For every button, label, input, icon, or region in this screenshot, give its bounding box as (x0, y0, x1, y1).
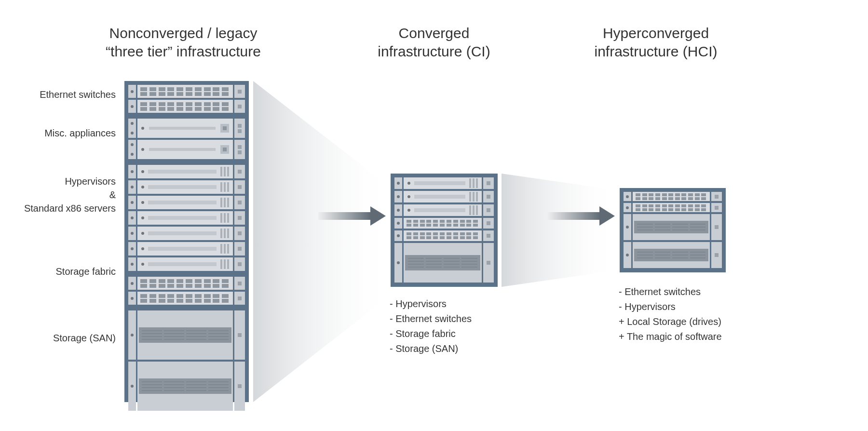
hci-bullet-3: + Local Storage (drives) (619, 314, 773, 329)
label-storage-san: Storage (SAN) (5, 333, 116, 344)
legacy-switch-2 (128, 100, 245, 113)
label-ethernet-switches: Ethernet switches (5, 89, 116, 100)
legacy-server-3 (128, 196, 245, 209)
ci-title-line1: Converged (347, 24, 521, 42)
legacy-title-line2: “three tier” infrastructure (82, 42, 285, 61)
legacy-server-2 (128, 180, 245, 194)
switch-ports-icon (137, 85, 233, 98)
hci-bullet-4: + The magic of software (619, 329, 773, 344)
ci-bullets: - Hypervisors - Ethernet switches - Stor… (390, 296, 525, 356)
legacy-fabric-1 (128, 277, 245, 290)
server-front-icon (137, 167, 233, 176)
transition-triangle-2-icon (502, 174, 620, 287)
legacy-server-1 (128, 165, 245, 178)
hci-title: Hyperconverged infrastructure (HCI) (569, 24, 743, 60)
svg-rect-1 (318, 212, 371, 220)
transition-triangle-1-icon (253, 81, 393, 402)
diagram-page: Nonconverged / legacy “three tier” infra… (0, 0, 868, 431)
hci-bullets: - Ethernet switches - Hypervisors + Loca… (619, 284, 773, 344)
ci-switch-2 (394, 230, 494, 241)
ci-bullet-1: - Hypervisors (390, 296, 525, 311)
ci-san (394, 243, 494, 283)
hci-node-1 (624, 214, 722, 240)
legacy-server-4 (128, 211, 245, 225)
ci-server-2 (394, 191, 494, 202)
legacy-title-line1: Nonconverged / legacy (82, 24, 285, 42)
hci-title-line2: infrastructure (HCI) (569, 42, 743, 61)
legacy-appliance-2 (128, 140, 245, 159)
hci-node-2 (624, 242, 722, 268)
switch-ports-icon (404, 218, 482, 229)
ci-server-3 (394, 204, 494, 216)
legacy-switch-1 (128, 85, 245, 98)
switch-ports-icon (633, 191, 710, 202)
legacy-rack (124, 81, 249, 402)
hci-bullet-2: - Hypervisors (619, 299, 773, 314)
svg-rect-4 (547, 212, 600, 220)
switch-ports-icon (137, 277, 233, 290)
ci-server-1 (394, 177, 494, 189)
label-misc-appliances: Misc. appliances (5, 128, 116, 139)
arrow-right-2-icon (547, 206, 615, 226)
label-hypervisors-l3: Standard x86 servers (5, 202, 116, 215)
ci-bullet-4: - Storage (SAN) (390, 341, 525, 356)
ci-title: Converged infrastructure (CI) (347, 24, 521, 60)
arrow-right-1-icon (318, 206, 386, 226)
hci-switch-2 (624, 203, 722, 212)
svg-marker-0 (253, 81, 393, 402)
drive-bays-icon (405, 255, 480, 270)
ci-bullet-2: - Ethernet switches (390, 311, 525, 326)
legacy-appliance-1 (128, 119, 245, 138)
label-storage-fabric: Storage fabric (5, 266, 116, 277)
legacy-san-1 (128, 310, 245, 360)
label-hypervisors-l2: & (5, 188, 116, 202)
legacy-title: Nonconverged / legacy “three tier” infra… (82, 24, 285, 60)
drive-bays-icon (139, 327, 231, 343)
legacy-server-5 (128, 227, 245, 240)
unit-ear-left (128, 85, 136, 98)
svg-marker-2 (370, 206, 386, 226)
svg-marker-3 (502, 174, 620, 287)
hci-bullet-1: - Ethernet switches (619, 284, 773, 299)
legacy-server-6 (128, 242, 245, 256)
label-hypervisors: Hypervisors & Standard x86 servers (5, 175, 116, 215)
legacy-rack-inner (128, 85, 245, 411)
switch-ports-icon (137, 100, 233, 113)
hci-switch-1 (624, 192, 722, 201)
legacy-san-2 (128, 362, 245, 411)
label-hypervisors-l1: Hypervisors (5, 175, 116, 188)
ci-rack (391, 174, 498, 287)
drive-bays-icon (634, 221, 708, 233)
unit-ear-right (234, 85, 245, 98)
legacy-fabric-2 (128, 292, 245, 305)
ci-bullet-3: - Storage fabric (390, 326, 525, 341)
legacy-server-7 (128, 257, 245, 271)
appliance-front-icon (137, 124, 233, 133)
ci-switch-1 (394, 218, 494, 229)
svg-marker-5 (599, 206, 615, 226)
ci-title-line2: infrastructure (CI) (347, 42, 521, 61)
hci-title-line1: Hyperconverged (569, 24, 743, 42)
hci-rack (620, 188, 726, 272)
